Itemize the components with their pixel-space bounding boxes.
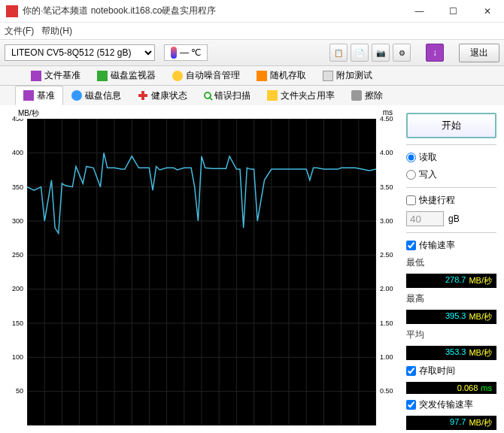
- download-button[interactable]: ↓: [426, 44, 444, 62]
- benchmark-chart: MB/秒 ms 450 400 350 300 250 200 150 100 …: [0, 105, 399, 433]
- close-button[interactable]: ✕: [470, 0, 504, 23]
- benchmark-icon: [23, 90, 34, 101]
- transfer-rate-line: [27, 119, 376, 425]
- read-radio[interactable]: 读取: [406, 151, 496, 164]
- menu-help[interactable]: 帮助(H): [41, 25, 72, 38]
- options-button[interactable]: ⚙: [393, 44, 411, 62]
- access-value: 0.068ms: [406, 382, 496, 394]
- toolbar: LITEON CV5-8Q512 (512 gB) — ℃ 📋 📄 📷 ⚙ ↓ …: [0, 39, 504, 66]
- tab-benchmark[interactable]: 基准: [15, 86, 63, 105]
- magnifier-icon: [204, 92, 211, 99]
- chart-plot-area: [27, 119, 376, 425]
- short-stroke-input[interactable]: [406, 211, 444, 226]
- access-time-checkbox[interactable]: 存取时间: [406, 365, 496, 377]
- exit-button[interactable]: 退出: [459, 44, 499, 62]
- screenshot-button[interactable]: 📷: [372, 44, 390, 62]
- folder-icon: [267, 90, 278, 101]
- write-radio[interactable]: 写入: [406, 168, 496, 181]
- maximize-button[interactable]: ☐: [436, 0, 470, 23]
- short-stroke-checkbox[interactable]: 快捷行程: [406, 194, 496, 207]
- min-value: 278.7MB/秒: [406, 274, 496, 288]
- tab-disk-monitor[interactable]: 磁盘监视器: [89, 66, 164, 85]
- tab-row-lower: 基准 磁盘信息 健康状态 错误扫描 文件夹占用率 擦除: [0, 86, 504, 105]
- y-ticks-right: 4.50 4.00 3.50 3.00 2.50 2.00 1.50 1.00 …: [378, 119, 397, 425]
- menu-bar: 文件(F) 帮助(H): [0, 23, 504, 39]
- info-icon: [71, 90, 82, 101]
- tab-file-benchmark[interactable]: 文件基准: [23, 66, 89, 85]
- monitor-icon: [97, 71, 108, 81]
- benchmark-icon: [31, 71, 41, 81]
- transfer-rate-checkbox[interactable]: 传输速率: [406, 239, 496, 252]
- speaker-icon: [172, 71, 183, 81]
- tab-folder-usage[interactable]: 文件夹占用率: [259, 86, 343, 105]
- y-ticks-left: 450 400 350 300 250 200 150 100 50: [5, 119, 26, 425]
- tab-disk-info[interactable]: 磁盘信息: [63, 86, 129, 105]
- thermometer-icon: [171, 47, 177, 59]
- random-icon: [257, 71, 267, 81]
- avg-label: 平均: [406, 329, 496, 341]
- max-label: 最高: [406, 292, 496, 305]
- burst-rate-checkbox[interactable]: 突发传输速率: [406, 398, 496, 411]
- copy-info-button[interactable]: 📄: [351, 44, 369, 62]
- burst-value: 97.7MB/秒: [406, 416, 496, 430]
- trash-icon: [351, 90, 362, 101]
- avg-value: 353.3MB/秒: [406, 346, 496, 360]
- tab-health[interactable]: 健康状态: [129, 86, 196, 105]
- tab-row-upper: 文件基准 磁盘监视器 自动噪音管理 随机存取 附加测试: [0, 66, 504, 86]
- side-panel: 开始 读取 写入 快捷行程 gB 传输速率 最低 278.7MB/秒 最高 39…: [399, 105, 504, 433]
- health-icon: [138, 90, 148, 101]
- gb-label: gB: [448, 213, 460, 224]
- min-label: 最低: [406, 256, 496, 269]
- max-value: 395.3MB/秒: [406, 310, 496, 324]
- temperature-value: — ℃: [180, 47, 201, 58]
- tab-random-access[interactable]: 随机存取: [248, 66, 314, 85]
- tab-aam[interactable]: 自动噪音管理: [164, 66, 248, 85]
- window-title: 你的·笔记本频道 notebook.it168.co硬盘实用程序: [23, 5, 402, 17]
- tab-error-scan[interactable]: 错误扫描: [196, 86, 259, 105]
- y-axis-right-label: ms: [381, 108, 394, 117]
- drive-select[interactable]: LITEON CV5-8Q512 (512 gB): [5, 44, 155, 61]
- main-area: MB/秒 ms 450 400 350 300 250 200 150 100 …: [0, 105, 504, 433]
- extra-icon: [323, 71, 333, 81]
- temperature-display: — ℃: [164, 44, 208, 61]
- start-button[interactable]: 开始: [406, 113, 496, 138]
- app-icon: [6, 5, 18, 17]
- tab-extra-tests[interactable]: 附加测试: [314, 66, 381, 85]
- menu-file[interactable]: 文件(F): [5, 25, 34, 38]
- y-axis-left-label: MB/秒: [17, 108, 41, 119]
- tab-erase[interactable]: 擦除: [343, 86, 391, 105]
- minimize-button[interactable]: —: [402, 0, 436, 23]
- title-bar: 你的·笔记本频道 notebook.it168.co硬盘实用程序 — ☐ ✕: [0, 0, 504, 23]
- copy-text-button[interactable]: 📋: [329, 44, 348, 62]
